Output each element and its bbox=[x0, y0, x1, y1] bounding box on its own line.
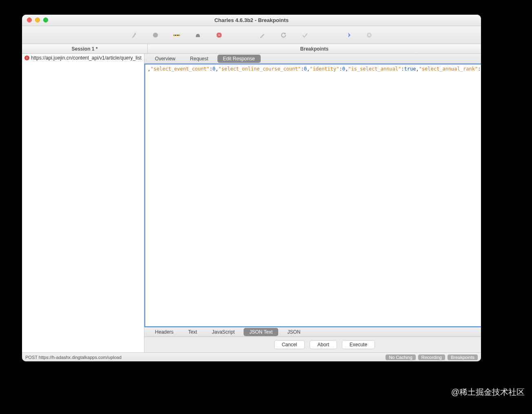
top-tabs: Overview Request Edit Response bbox=[144, 54, 481, 64]
svg-rect-4 bbox=[179, 34, 180, 36]
tab-text[interactable]: Text bbox=[182, 328, 203, 336]
window-title: Charles 4.6.3b2 - Breakpoints bbox=[22, 17, 481, 23]
request-method-icon: ! bbox=[24, 55, 29, 60]
tab-javascript[interactable]: JavaScript bbox=[206, 328, 240, 336]
tools-icon[interactable] bbox=[344, 31, 352, 39]
stop-icon[interactable] bbox=[215, 31, 223, 39]
svg-point-0 bbox=[153, 33, 158, 38]
action-bar: Cancel Abort Execute bbox=[144, 337, 481, 352]
watermark: @稀土掘金技术社区 bbox=[451, 387, 525, 398]
pill-recording[interactable]: Recording bbox=[418, 354, 445, 360]
svg-rect-2 bbox=[174, 34, 175, 36]
request-row[interactable]: ! https://api.juejin.cn/content_api/v1/a… bbox=[22, 54, 144, 62]
settings-icon[interactable] bbox=[366, 31, 373, 39]
main-panel: Overview Request Edit Response ,"select_… bbox=[144, 54, 481, 352]
throttle-icon[interactable] bbox=[173, 31, 180, 39]
statusbar: POST https://h-adashx.dingtalkapps.com/u… bbox=[22, 352, 481, 361]
app-window: Charles 4.6.3b2 - Breakpoints Session 1 … bbox=[22, 15, 481, 361]
record-icon[interactable] bbox=[152, 31, 159, 39]
request-list[interactable]: ! https://api.juejin.cn/content_api/v1/a… bbox=[22, 54, 144, 352]
execute-button[interactable]: Execute bbox=[342, 340, 375, 349]
close-window-button[interactable] bbox=[27, 18, 32, 22]
toolbar bbox=[22, 26, 481, 44]
response-editor[interactable]: ,"select_event_count":0,"select_online_c… bbox=[144, 64, 481, 327]
minimize-window-button[interactable] bbox=[35, 18, 40, 22]
abort-button[interactable]: Abort bbox=[310, 340, 337, 349]
pill-breakpoints[interactable]: Breakpoints bbox=[448, 354, 478, 360]
edit-icon[interactable] bbox=[259, 31, 266, 39]
cancel-button[interactable]: Cancel bbox=[274, 340, 305, 349]
zoom-window-button[interactable] bbox=[43, 18, 48, 22]
tab-headers[interactable]: Headers bbox=[149, 328, 179, 336]
tab-json-text[interactable]: JSON Text bbox=[244, 328, 278, 336]
pill-no-caching[interactable]: No Caching bbox=[386, 354, 415, 360]
svg-rect-3 bbox=[176, 34, 177, 36]
panel-headers: Session 1 * Breakpoints bbox=[22, 44, 481, 54]
traffic-lights bbox=[27, 18, 48, 22]
status-text: POST https://h-adashx.dingtalkapps.com/u… bbox=[25, 355, 122, 360]
broom-icon[interactable] bbox=[131, 31, 138, 39]
body: ! https://api.juejin.cn/content_api/v1/a… bbox=[22, 54, 481, 352]
titlebar: Charles 4.6.3b2 - Breakpoints bbox=[22, 15, 481, 26]
bottom-tabs: Headers Text JavaScript JSON Text JSON bbox=[144, 327, 481, 337]
breakpoints-header: Breakpoints bbox=[148, 44, 481, 53]
refresh-icon[interactable] bbox=[280, 31, 287, 39]
tab-edit-response[interactable]: Edit Response bbox=[217, 55, 261, 63]
status-pills: No Caching Recording Breakpoints bbox=[386, 354, 478, 360]
svg-point-7 bbox=[368, 34, 370, 36]
tab-overview[interactable]: Overview bbox=[149, 55, 181, 63]
tab-json[interactable]: JSON bbox=[282, 328, 306, 336]
session-header: Session 1 * bbox=[22, 44, 148, 53]
tab-request[interactable]: Request bbox=[184, 55, 214, 63]
breakpoints-icon[interactable] bbox=[194, 31, 202, 39]
check-icon[interactable] bbox=[301, 31, 308, 39]
request-url: https://api.juejin.cn/content_api/v1/art… bbox=[31, 55, 142, 61]
